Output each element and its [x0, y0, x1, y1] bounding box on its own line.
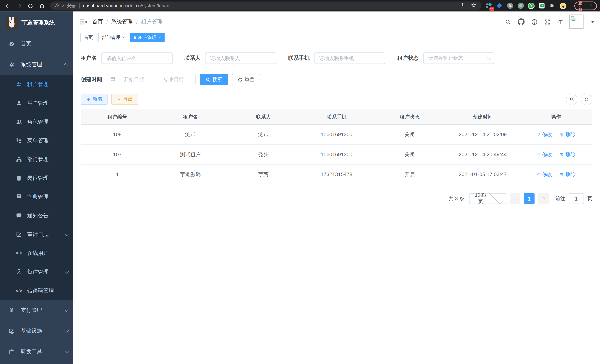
address-bar[interactable]: 不安全 dashboard.yudao.iocoder.cn/system/te…	[50, 1, 481, 10]
page-size-select[interactable]: 10条/页	[469, 193, 506, 204]
edit-pencil-icon	[536, 132, 541, 137]
show-search-toggle-button[interactable]	[566, 93, 577, 105]
share-icon[interactable]	[460, 2, 465, 9]
browser-reload-icon[interactable]	[28, 3, 33, 9]
help-icon[interactable]	[531, 19, 538, 25]
sidebar-item-post[interactable]: 岗位管理	[0, 169, 73, 187]
ext-yudao-icon[interactable]: Y	[528, 2, 534, 9]
delete-link[interactable]: 删除	[560, 131, 576, 138]
close-icon[interactable]: ×	[122, 35, 125, 40]
tab-dept[interactable]: 部门管理 ×	[98, 33, 128, 42]
github-icon[interactable]	[518, 18, 525, 25]
delete-link[interactable]: 删除	[560, 151, 576, 158]
prev-page-button[interactable]	[510, 193, 520, 204]
cell-created: 2021-12-14 21:02:09	[446, 124, 519, 144]
edit-link[interactable]: 修改	[536, 171, 552, 178]
add-button[interactable]: 新增	[81, 94, 107, 105]
total-count: 共 3 条	[449, 195, 464, 202]
page-number-button[interactable]: 1	[524, 193, 535, 204]
header-search-icon[interactable]	[505, 19, 511, 25]
next-page-button[interactable]	[538, 193, 549, 204]
tab-tenant[interactable]: 租户管理 ×	[130, 33, 165, 42]
ext-command-icon[interactable]: ⌘	[507, 2, 513, 9]
sidebar-item-devtools[interactable]: 研发工具	[0, 341, 73, 362]
reset-button[interactable]: 重置	[232, 74, 260, 85]
yen-icon: ¥	[8, 307, 15, 314]
sidebar-item-pay[interactable]: ¥ 支付管理	[0, 300, 73, 321]
chevron-right-icon	[541, 196, 545, 201]
search-button[interactable]: 搜索	[200, 74, 228, 85]
export-button[interactable]: 导出	[111, 94, 138, 105]
ext-kite-icon[interactable]	[496, 2, 503, 9]
ext-tab-manager-icon[interactable]: 10	[486, 2, 492, 9]
browser-forward-icon[interactable]	[16, 3, 22, 9]
edit-link[interactable]: 修改	[536, 151, 552, 158]
cell-status: 开启	[373, 164, 446, 184]
sidebar-item-role[interactable]: 角色管理	[0, 112, 73, 131]
breadcrumb-home[interactable]: 首页	[92, 18, 103, 25]
user-avatar[interactable]	[569, 14, 583, 29]
page-content: 租户名 联系人 联系手机 租户状态 请选择租户状态 创建时间	[73, 43, 600, 364]
sidebar-logo[interactable]: 芋道管理系统	[0, 11, 73, 34]
security-warning-icon	[55, 3, 60, 9]
breadcrumb-system[interactable]: 系统管理	[111, 18, 133, 25]
cell-name: 芋道源码	[154, 164, 227, 184]
sidebar-item-infra[interactable]: 基础设施	[0, 321, 73, 341]
sidebar-item-notice[interactable]: 通知公告	[0, 206, 73, 225]
delete-link[interactable]: 删除	[560, 171, 576, 178]
contact-label: 联系人	[184, 55, 201, 62]
contact-input[interactable]	[205, 53, 276, 64]
sidebar-item-home[interactable]: 首页	[0, 34, 73, 54]
goto-page-input[interactable]	[569, 193, 584, 204]
active-dot-icon	[134, 36, 136, 39]
chevron-down-icon	[65, 328, 69, 332]
status-select[interactable]: 请选择租户状态	[423, 53, 494, 64]
sidebar-collapse-icon[interactable]	[73, 19, 92, 25]
col-actions: 操作	[519, 110, 592, 124]
sidebar-item-label: 用户管理	[27, 100, 49, 106]
browser-home-icon[interactable]	[39, 3, 45, 9]
chrome-update-button[interactable]: 更新 ⋮	[574, 1, 597, 10]
close-icon[interactable]: ×	[159, 35, 161, 40]
status-placeholder: 请选择租户状态	[428, 55, 487, 62]
sidebar-item-sms[interactable]: 短信管理	[0, 262, 73, 281]
org-chart-icon	[16, 156, 22, 163]
cell-actions: 修改 删除	[519, 164, 592, 184]
sidebar-item-dict[interactable]: 字典管理	[0, 187, 73, 206]
omnibox-divider	[79, 3, 80, 8]
extensions-puzzle-icon[interactable]	[549, 2, 556, 9]
sidebar-item-user[interactable]: 用户管理	[0, 94, 73, 112]
sidebar-item-online-users[interactable]: 在线用户	[0, 244, 73, 262]
sidebar-item-menu[interactable]: 菜单管理	[0, 131, 73, 150]
edit-link[interactable]: 修改	[536, 131, 552, 138]
font-size-icon[interactable]: TT	[557, 19, 562, 25]
browser-back-icon[interactable]	[5, 3, 10, 9]
sidebar-item-system[interactable]: 系统管理	[0, 54, 73, 75]
plus-icon	[86, 97, 91, 102]
code-icon: </>	[16, 287, 22, 294]
tenant-name-input[interactable]	[102, 53, 173, 64]
mobile-input[interactable]	[314, 53, 385, 64]
browser-menu-icon[interactable]: ⋮	[589, 3, 593, 8]
profile-avatar-icon[interactable]	[560, 2, 566, 9]
date-range-picker[interactable]: 开始日期 - 结束日期	[107, 74, 196, 85]
url-domain[interactable]: dashboard.yudao.iocoder.cn	[83, 3, 141, 9]
sidebar-item-tenant[interactable]: 租户管理	[0, 75, 73, 94]
tab-home[interactable]: 首页	[80, 33, 96, 42]
fullscreen-icon[interactable]	[544, 19, 551, 25]
sidebar-item-dept[interactable]: 部门管理	[0, 150, 73, 169]
security-label[interactable]: 不安全	[62, 2, 76, 9]
goto-label: 前往	[555, 195, 565, 202]
system-submenu: 租户管理 用户管理 角色管理 菜单管理	[0, 75, 73, 300]
sidebar-item-label: 支付管理	[21, 307, 42, 314]
sidebar-item-audit-log[interactable]: 审计日志	[0, 225, 73, 244]
extensions-bar: 10 ⌘ Y 更新 ⋮	[486, 1, 597, 10]
ext-chat-icon[interactable]	[539, 2, 545, 9]
ext-recorder-icon[interactable]	[517, 2, 524, 9]
refresh-table-button[interactable]	[581, 93, 592, 105]
reset-button-label: 重置	[244, 76, 254, 83]
trash-icon	[560, 132, 564, 137]
bookmark-star-icon[interactable]	[471, 2, 477, 9]
sidebar-item-error-code[interactable]: </> 错误码管理	[0, 281, 73, 300]
user-menu-caret-icon[interactable]	[591, 21, 595, 23]
